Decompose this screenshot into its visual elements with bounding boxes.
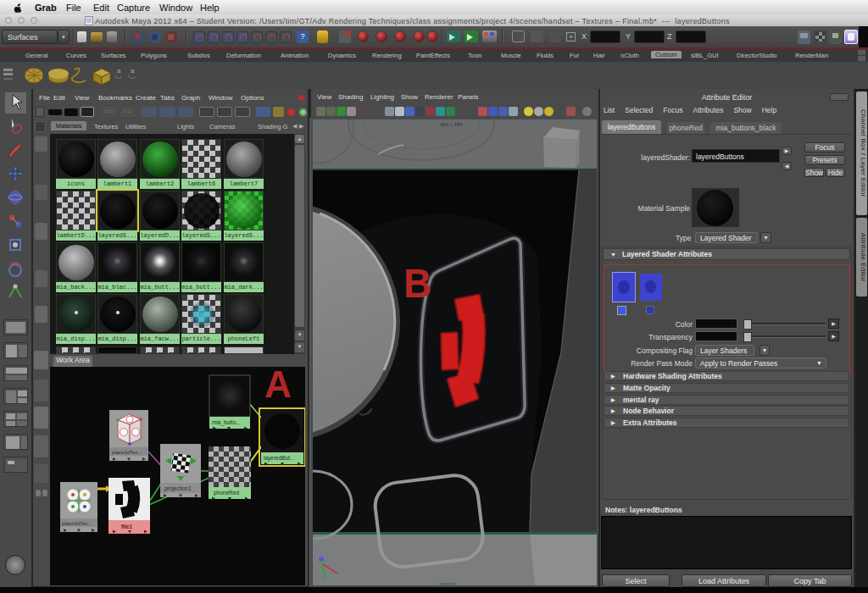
svg-text:phoneRed: phoneRed <box>214 490 239 496</box>
svg-text:place3dTex...: place3dTex... <box>62 521 92 526</box>
svg-text:B: B <box>403 260 431 307</box>
svg-text:a: a <box>117 67 121 75</box>
svg-text:place3dTex...: place3dTex... <box>112 450 142 455</box>
svg-text:A: A <box>264 367 292 405</box>
svg-text:layeredBut...: layeredBut... <box>264 455 295 462</box>
svg-text:persp: persp <box>439 580 457 585</box>
svg-text:file1: file1 <box>121 524 132 529</box>
svg-text:projection1: projection1 <box>164 485 192 492</box>
svg-text:mia_butto...: mia_butto... <box>212 419 241 426</box>
svg-text:484 x 484: 484 x 484 <box>440 122 463 127</box>
svg-text:a: a <box>131 67 135 75</box>
